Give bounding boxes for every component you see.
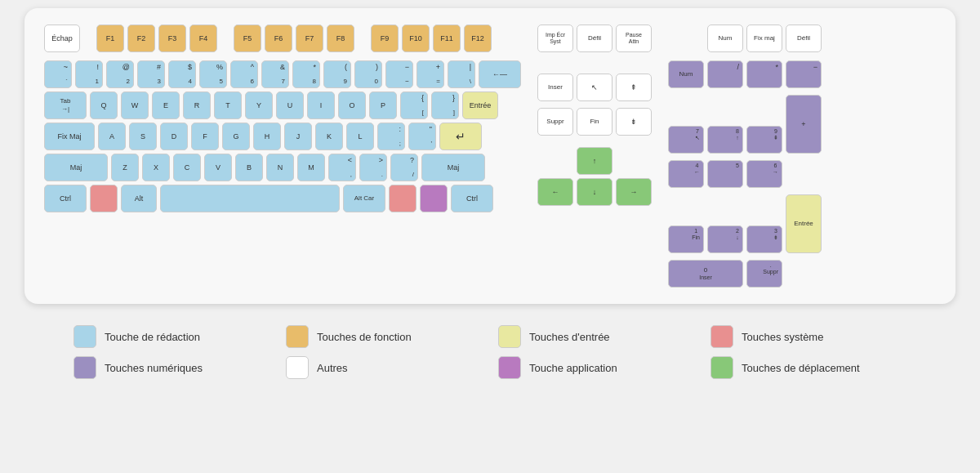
key-suppr[interactable]: Suppr [537, 108, 573, 136]
key-num1[interactable]: 1Fin [668, 225, 704, 253]
key-num6[interactable]: 6→ [746, 160, 782, 188]
key-num-lock[interactable]: Num [707, 25, 743, 52]
key-impecr[interactable]: Imp ÉcrSyst [537, 25, 573, 52]
key-9[interactable]: (9 [323, 60, 351, 88]
key-d[interactable]: D [160, 123, 188, 150]
key-entree[interactable]: Entrée [462, 91, 498, 119]
key-defil-lock[interactable]: Défil [786, 25, 822, 52]
key-num5[interactable]: 5 [707, 160, 743, 188]
key-5[interactable]: %5 [199, 60, 227, 88]
key-tab[interactable]: Tab→| [44, 91, 87, 119]
key-f3[interactable]: F3 [158, 25, 186, 52]
key-i[interactable]: I [307, 91, 335, 119]
key-backspace[interactable]: ←— [479, 60, 521, 88]
key-alt[interactable]: Alt [121, 185, 157, 212]
key-r[interactable]: R [183, 91, 211, 119]
key-b[interactable]: B [235, 154, 263, 181]
key-p[interactable]: P [369, 91, 397, 119]
key-ctrl-right[interactable]: Ctrl [451, 185, 493, 212]
key-down[interactable]: ↓ [577, 178, 612, 206]
key-g[interactable]: G [222, 123, 250, 150]
key-left[interactable]: ← [537, 178, 573, 206]
key-y[interactable]: Y [245, 91, 273, 119]
key-7[interactable]: &7 [261, 60, 289, 88]
key-num-enter[interactable]: Entrée [786, 194, 822, 253]
key-j[interactable]: J [284, 123, 312, 150]
key-f9[interactable]: F9 [371, 25, 399, 52]
key-home[interactable]: ↖ [577, 74, 612, 101]
key-fixmaj-lock[interactable]: Fix maj [746, 25, 782, 52]
key-quote[interactable]: "' [408, 123, 436, 150]
key-4[interactable]: $4 [168, 60, 196, 88]
key-num3[interactable]: 3⇟ [746, 225, 782, 253]
key-q[interactable]: Q [90, 91, 118, 119]
key-semicolon[interactable]: :; [377, 123, 405, 150]
key-f8[interactable]: F8 [327, 25, 354, 52]
key-num-dot[interactable]: .Suppr [746, 260, 782, 288]
key-num-numlock[interactable]: Num [668, 60, 704, 88]
key-pgdn[interactable]: ⇟ [616, 108, 652, 136]
key-num-star[interactable]: * [746, 60, 782, 88]
key-maj-right[interactable]: Maj [421, 154, 485, 181]
key-num-plus-top[interactable]: + [786, 95, 822, 154]
key-e[interactable]: E [152, 91, 180, 119]
key-8[interactable]: *8 [292, 60, 320, 88]
key-num9[interactable]: 9⇞ [746, 126, 782, 154]
key-k[interactable]: K [315, 123, 343, 150]
key-num4[interactable]: 4← [668, 160, 704, 188]
key-v[interactable]: V [204, 154, 232, 181]
key-h[interactable]: H [253, 123, 281, 150]
key-up[interactable]: ↑ [577, 147, 612, 175]
key-f5[interactable]: F5 [234, 25, 261, 52]
key-win-right[interactable] [389, 185, 416, 212]
key-space[interactable] [160, 185, 340, 212]
key-z[interactable]: Z [111, 154, 139, 181]
key-6[interactable]: ^6 [230, 60, 258, 88]
key-num8[interactable]: 8↑ [707, 126, 743, 154]
key-n[interactable]: N [266, 154, 294, 181]
key-u[interactable]: U [276, 91, 304, 119]
key-pgup[interactable]: ⇞ [616, 74, 652, 101]
key-m[interactable]: M [297, 154, 325, 181]
key-f12[interactable]: F12 [464, 25, 492, 52]
key-o[interactable]: O [338, 91, 366, 119]
key-num0[interactable]: 0Inser [668, 260, 743, 288]
key-pause[interactable]: PauseAttn [616, 25, 652, 52]
key-num-minus[interactable]: − [786, 60, 822, 88]
key-a[interactable]: A [98, 123, 126, 150]
key-right[interactable]: → [616, 178, 652, 206]
key-c[interactable]: C [173, 154, 201, 181]
key-plus[interactable]: += [416, 60, 444, 88]
key-1[interactable]: !1 [75, 60, 103, 88]
key-t[interactable]: T [214, 91, 242, 119]
key-slash[interactable]: ?/ [390, 154, 418, 181]
key-f10[interactable]: F10 [402, 25, 430, 52]
key-s[interactable]: S [129, 123, 157, 150]
key-f11[interactable]: F11 [433, 25, 461, 52]
key-x[interactable]: X [142, 154, 170, 181]
key-entree-arrow[interactable]: ↵ [439, 123, 482, 150]
key-minus[interactable]: −− [385, 60, 413, 88]
key-num2[interactable]: 2↓ [707, 225, 743, 253]
key-period[interactable]: >. [359, 154, 387, 181]
key-win-left[interactable] [90, 185, 118, 212]
key-w[interactable]: W [121, 91, 149, 119]
key-echap[interactable]: Échap [44, 25, 80, 52]
key-inser[interactable]: Inser [537, 74, 573, 101]
key-f2[interactable]: F2 [127, 25, 155, 52]
key-app[interactable] [420, 185, 448, 212]
key-f6[interactable]: F6 [265, 25, 292, 52]
key-num-slash[interactable]: / [707, 60, 743, 88]
key-close-bracket[interactable]: }] [431, 91, 459, 119]
key-l[interactable]: L [346, 123, 374, 150]
key-num7[interactable]: 7↖ [668, 126, 704, 154]
key-defil[interactable]: Défil [577, 25, 612, 52]
key-3[interactable]: #3 [137, 60, 165, 88]
key-maj-left[interactable]: Maj [44, 154, 108, 181]
key-f4[interactable]: F4 [189, 25, 217, 52]
key-0[interactable]: )0 [354, 60, 382, 88]
key-backslash[interactable]: |\ [448, 60, 475, 88]
key-fixmaj[interactable]: Fix Maj [44, 123, 95, 150]
key-f[interactable]: F [191, 123, 219, 150]
key-2[interactable]: @2 [106, 60, 134, 88]
